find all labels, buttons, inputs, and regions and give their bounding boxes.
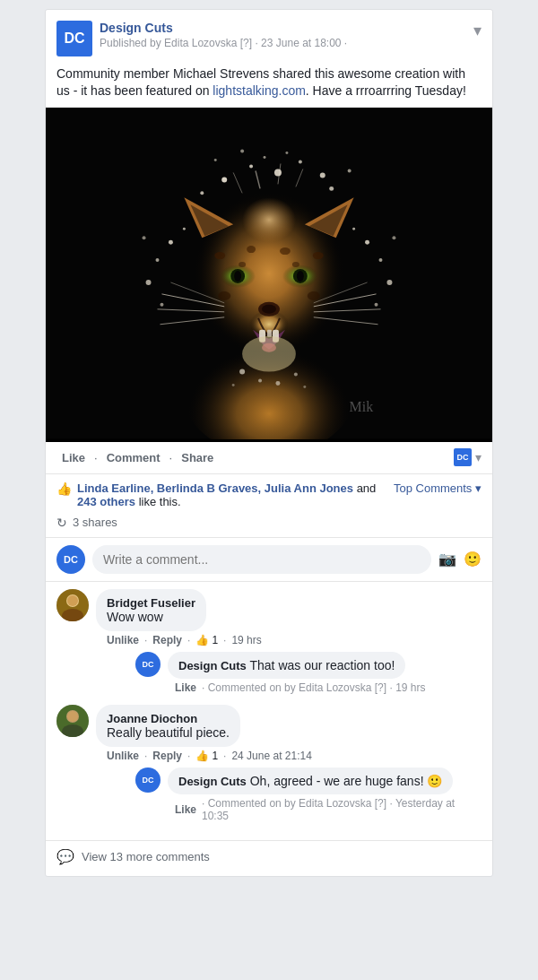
- reply-item-joanne: DC Design Cuts Oh, agreed - we are huge …: [135, 768, 482, 822]
- likers-text: Linda Earline, Berlinda B Graves, Julia …: [77, 481, 376, 508]
- comment-input-row: DC 📷 🙂: [46, 538, 492, 582]
- comment-button[interactable]: Comment: [101, 447, 166, 468]
- view-more-row[interactable]: 💬 View 13 more comments: [46, 840, 492, 876]
- dc-reply-avatar-joanne: DC: [135, 768, 161, 793]
- svg-point-45: [240, 149, 244, 152]
- svg-point-58: [375, 302, 378, 306]
- svg-point-53: [183, 227, 186, 230]
- svg-point-67: [275, 381, 280, 386]
- top-comments-button[interactable]: Top Comments ▾: [394, 481, 482, 495]
- svg-text:Mik: Mik: [350, 399, 374, 414]
- svg-point-33: [239, 262, 246, 267]
- dc-reply-name-joanne[interactable]: Design Cuts: [178, 775, 247, 788]
- page-name[interactable]: Design Cuts: [100, 21, 482, 35]
- svg-point-76: [67, 595, 78, 606]
- like-button[interactable]: Like: [56, 447, 91, 468]
- svg-point-80: [67, 711, 78, 722]
- comment-like-count-bridget: 👍 1: [195, 634, 218, 646]
- post-text: Community member Michael Strevens shared…: [46, 56, 492, 108]
- svg-point-57: [386, 280, 392, 285]
- svg-point-51: [146, 280, 152, 285]
- camera-icon[interactable]: 📷: [438, 551, 456, 568]
- reply-button-bridget[interactable]: Reply: [152, 634, 182, 646]
- reply-actions-joanne: Like · Commented on by Edita Lozovska [?…: [168, 794, 482, 822]
- svg-point-42: [200, 191, 204, 195]
- svg-rect-15: [267, 329, 272, 336]
- reply-like-button-joanne[interactable]: Like: [175, 803, 196, 816]
- svg-point-56: [379, 258, 383, 262]
- svg-point-35: [218, 291, 230, 300]
- svg-point-29: [214, 252, 225, 259]
- svg-point-50: [156, 258, 160, 262]
- likes-info: 👍 Linda Earline, Berlinda B Graves, Juli…: [56, 481, 386, 508]
- shares-icon: ↻: [56, 516, 67, 530]
- svg-point-44: [264, 156, 266, 159]
- emoji-icon[interactable]: 🙂: [464, 551, 482, 568]
- likes-row: 👍 Linda Earline, Berlinda B Graves, Juli…: [46, 474, 492, 512]
- svg-point-70: [303, 386, 306, 388]
- dc-reply-text-bridget: That was our reaction too!: [249, 658, 395, 672]
- post-header: DC Design Cuts Published by Edita Lozovs…: [46, 10, 492, 56]
- svg-point-32: [313, 252, 324, 259]
- page-action-logo: DC: [454, 448, 472, 466]
- reply-bubble-joanne: Design Cuts Oh, agreed - we are huge fan…: [168, 768, 482, 822]
- reply-bubble-bridget: Design Cuts That was our reaction too! L…: [168, 652, 482, 694]
- post-subtitle: Published by Edita Lozovska [?] · 23 Jun…: [100, 37, 482, 49]
- svg-point-12: [262, 304, 276, 313]
- comment-bubble-bridget: Bridget Fuselier Wow wow Unlike · Reply …: [96, 589, 482, 694]
- svg-point-47: [214, 159, 217, 161]
- reply-like-button-bridget[interactable]: Like: [175, 681, 196, 694]
- comment-item: Bridget Fuselier Wow wow Unlike · Reply …: [56, 589, 482, 694]
- svg-point-68: [294, 372, 298, 376]
- reply-box-joanne: Design Cuts Oh, agreed - we are huge fan…: [168, 768, 453, 794]
- svg-point-66: [258, 378, 262, 382]
- svg-point-48: [348, 169, 351, 172]
- commenter-name-bridget[interactable]: Bridget Fuselier: [107, 596, 195, 610]
- share-button[interactable]: Share: [176, 447, 219, 468]
- svg-point-38: [249, 164, 253, 168]
- reply-actions-bridget: Like · Commented on by Edita Lozovska [?…: [168, 679, 482, 694]
- comment-box-joanne: Joanne Diochon Really beautiful piece.: [96, 705, 240, 747]
- action-dropdown-icon[interactable]: ▾: [475, 450, 482, 464]
- svg-point-54: [143, 236, 146, 239]
- comment-actions-joanne: Unlike · Reply · 👍 1 · 24 June at 21:14: [96, 747, 482, 762]
- comment-input[interactable]: [92, 545, 431, 574]
- svg-point-43: [329, 186, 334, 191]
- svg-point-39: [274, 169, 282, 176]
- external-link[interactable]: lightstalking.com: [213, 83, 306, 98]
- reply-button-joanne[interactable]: Reply: [152, 750, 182, 762]
- dc-reply-text-joanne: Oh, agreed - we are huge fans! 🙂: [250, 774, 443, 788]
- post-options-chevron[interactable]: ▾: [470, 17, 485, 44]
- current-user-avatar: DC: [56, 545, 85, 574]
- unlike-button-joanne[interactable]: Unlike: [107, 750, 139, 762]
- page-logo[interactable]: DC: [56, 21, 92, 56]
- svg-point-65: [239, 369, 245, 374]
- comment-item-joanne: Joanne Diochon Really beautiful piece. U…: [56, 705, 482, 822]
- view-more-icon: 💬: [56, 848, 74, 865]
- svg-point-37: [221, 177, 227, 182]
- dc-reply-avatar-bridget: DC: [135, 652, 161, 677]
- leopard-artwork: Mik: [46, 108, 492, 439]
- unlike-button-bridget[interactable]: Unlike: [107, 634, 139, 646]
- action-left: Like · Comment · Share: [56, 447, 219, 468]
- dc-reply-name-bridget[interactable]: Design Cuts: [178, 659, 247, 672]
- liker-name-1[interactable]: Linda Earline, Berlinda B Graves, Julia …: [77, 481, 353, 495]
- svg-point-41: [320, 172, 325, 178]
- reply-box-bridget: Design Cuts That was our reaction too!: [168, 652, 405, 679]
- svg-point-31: [280, 247, 291, 255]
- action-bar: Like · Comment · Share DC ▾: [46, 442, 492, 474]
- comment-time-joanne: 24 June at 21:14: [231, 750, 311, 762]
- svg-point-7: [234, 271, 241, 282]
- svg-point-34: [292, 262, 299, 267]
- comment-text-bridget: Wow wow: [107, 610, 195, 624]
- svg-point-60: [392, 236, 395, 239]
- like-thumb-icon: 👍: [56, 481, 72, 496]
- svg-point-46: [285, 152, 288, 154]
- shares-count[interactable]: 3 shares: [73, 516, 117, 529]
- svg-point-55: [365, 239, 369, 244]
- action-right: DC ▾: [454, 448, 482, 466]
- commenter-name-joanne[interactable]: Joanne Diochon: [107, 712, 230, 725]
- comment-box-bridget: Bridget Fuselier Wow wow: [96, 589, 206, 631]
- post-meta: Design Cuts Published by Edita Lozovska …: [100, 21, 482, 49]
- others-count[interactable]: 243 others: [77, 495, 135, 508]
